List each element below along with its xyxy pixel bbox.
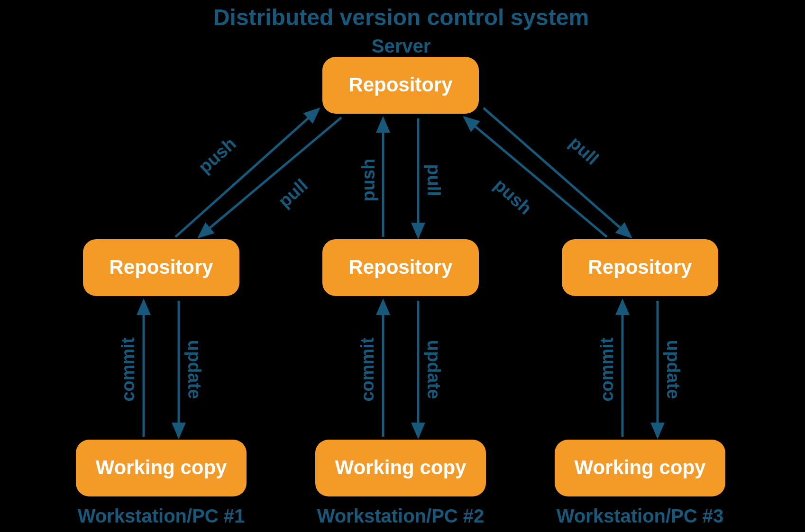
ws1-wc-text: Working copy: [96, 456, 228, 478]
ws2-push-label: push: [358, 159, 378, 202]
ws2-update-label: update: [424, 340, 444, 399]
ws2-pull-label: pull: [424, 164, 444, 196]
server-label: Server: [372, 36, 431, 56]
ws3-wc-text: Working copy: [575, 456, 706, 478]
ws1-label: Workstation/PC #1: [78, 505, 245, 526]
ws1-push-label: push: [194, 134, 240, 177]
ws3-repo-text: Repository: [588, 256, 692, 278]
ws2-commit-label: commit: [357, 337, 377, 401]
ws2-repo-text: Repository: [348, 256, 453, 278]
server-repo-text: Repository: [348, 73, 453, 96]
ws3-push-label: push: [490, 175, 536, 218]
diagram-title: Distributed version control system: [213, 5, 589, 30]
ws3-push-arrow: [465, 117, 607, 237]
ws1-commit-label: commit: [118, 337, 138, 401]
dvcs-diagram: Distributed version control system Serve…: [0, 0, 805, 532]
ws3-pull-arrow: [484, 108, 631, 237]
ws3-commit-label: commit: [597, 337, 617, 401]
ws1-push-arrow: [175, 109, 319, 237]
ws3-pull-label: pull: [566, 133, 603, 169]
ws1-pull-arrow: [199, 117, 341, 237]
ws3-label: Workstation/PC #3: [557, 505, 724, 526]
ws3-update-label: update: [663, 340, 683, 399]
ws1-repo-text: Repository: [109, 256, 213, 278]
ws2-label: Workstation/PC #2: [317, 505, 485, 526]
ws2-wc-text: Working copy: [335, 456, 467, 478]
ws1-update-label: update: [184, 340, 204, 399]
ws1-pull-label: pull: [274, 175, 311, 211]
